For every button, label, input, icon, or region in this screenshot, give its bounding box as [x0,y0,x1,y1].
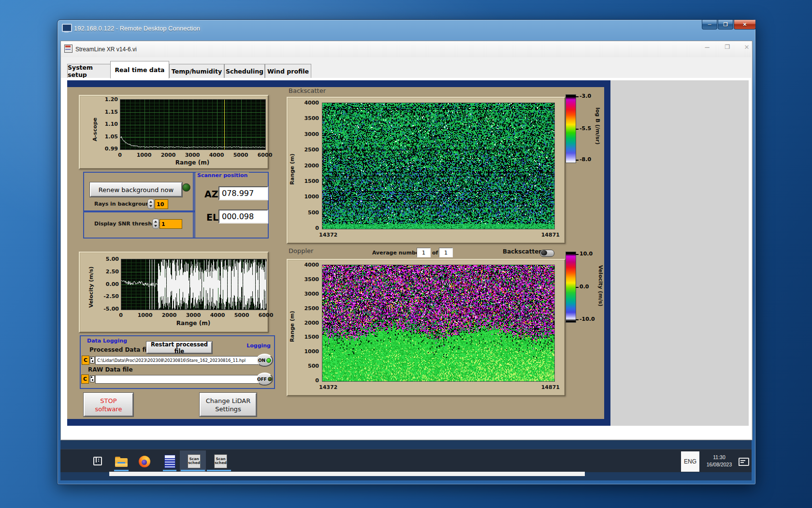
colorbar-tick-label: 10.0 [580,251,593,257]
app-close-button[interactable]: ✕ [740,44,754,52]
backscatter-heatmap[interactable] [322,103,555,229]
xtick: 4000 [209,312,226,318]
rays-spinner[interactable] [147,199,154,209]
ascope-plot[interactable] [120,99,266,150]
xtick: 4000 [208,152,225,158]
ytick: 1.05 [105,134,118,140]
backscatter-colorbar-label: log B (/m/sr) [594,107,601,162]
document-app-icon[interactable] [164,455,175,468]
tab-wind-profile[interactable]: Wind profile [265,64,311,78]
colorbar-tick [576,160,579,161]
raw-logging-toggle[interactable]: OFF [256,373,273,386]
xtick: 5000 [233,312,250,318]
raw-path-type-icon[interactable] [90,375,95,382]
average-total-value[interactable]: 1 [439,248,453,257]
stop-software-button[interactable]: STOP software [84,393,133,417]
xtick: 1000 [136,152,152,158]
spin-up-icon[interactable] [149,201,152,203]
renew-background-button[interactable]: Renew background now [90,182,182,197]
backscatter-toggle[interactable] [540,250,554,257]
tab-scheduling[interactable]: Scheduling [224,64,265,78]
doppler-xticks: 14372 14871 [319,384,560,390]
app-title: StreamLine XR v14-6.vi [75,46,137,53]
average-number-value[interactable]: 1 [417,248,431,257]
language-indicator[interactable]: ENG [681,451,699,472]
vi-icon-line [65,49,71,50]
backscatter-colorbar [566,94,576,163]
colorbar-tick [576,96,579,97]
tab-label: Scheduling [226,68,263,75]
app-minimize-button[interactable]: ─ [700,44,714,52]
maximize-button[interactable]: ❐ [718,20,733,30]
scan-sched-icon-1[interactable]: Scan sched [188,454,201,468]
velocity-plot-area[interactable] [121,259,267,310]
taskbar-underline [181,470,205,471]
snr-spinner[interactable] [152,219,159,229]
snr-value[interactable]: 1 [160,219,182,229]
ytick: 4000 [304,262,319,268]
raw-file-label: RAW Data file [88,366,133,373]
scan-sched-icon-2[interactable]: Scan sched [214,454,227,468]
processed-drive-box[interactable]: C [82,356,89,365]
tab-real-time-data[interactable]: Real time data [110,61,169,78]
task-view-icon[interactable] [93,456,102,466]
spin-down-icon[interactable] [154,225,157,227]
ytick: 3000 [304,131,319,137]
scan-line2: sched [188,461,200,465]
rays-value[interactable]: 10 [155,199,168,209]
spin-up-icon[interactable] [154,221,157,223]
processed-path-field[interactable]: C:\Lidar\Data\Proc\2023\202308\20230816\… [95,356,258,365]
xtick-start: 14372 [319,384,337,390]
clock-date: 16/08/2023 [701,461,738,468]
restart-processed-file-button[interactable]: Restart processed file [146,342,212,354]
change-lidar-settings-button[interactable]: Change LiDAR Settings [200,393,257,417]
processed-logging-toggle[interactable]: ON [256,354,273,367]
velocity-xlabel: Range (m) [121,320,266,327]
taskbar-underline [163,470,176,471]
colorbar-tick [576,254,579,255]
colorbar-tick [576,129,579,130]
spin-down-icon[interactable] [149,205,152,207]
ytick: 2500 [304,305,319,312]
tab-system-setup[interactable]: System setup [67,64,111,78]
path-icon-dot [91,376,92,378]
clock-time: 11:30 [701,454,738,461]
raw-drive-box[interactable]: C [81,374,89,384]
file-explorer-icon[interactable] [115,457,128,467]
processed-path-type-icon[interactable] [90,357,95,363]
ytick: 1500 [304,178,319,184]
path-icon-dot [91,358,92,359]
notification-center-icon[interactable] [739,458,749,466]
raw-path-field[interactable] [95,375,258,384]
firefox-icon[interactable] [139,456,150,467]
of-label: of [432,250,438,256]
app-restore-button[interactable]: ❐ [720,44,735,52]
logging-label: Logging [244,343,271,349]
xtick: 1000 [137,312,153,318]
el-value[interactable]: 000.098 [218,209,268,224]
snr-label: Display SNR threshold [94,221,161,227]
ytick: 3000 [304,291,319,297]
taskbar-clock[interactable]: 11:30 16/08/2023 [701,454,738,468]
ascope-xlabel: Range (m) [120,159,265,166]
close-button[interactable]: ✕ [734,20,756,30]
doppler-yticks: 4000 3500 3000 2500 2000 1500 1000 500 0 [297,262,319,384]
minimize-button[interactable]: ─ [702,20,717,30]
backscatter-yticks: 4000 3500 3000 2500 2000 1500 1000 500 0 [297,100,319,231]
task-view-dot [98,459,99,460]
colorbar-tick-label: -3.0 [580,93,591,99]
panel-band-top [67,80,610,87]
az-value[interactable]: 078.997 [218,186,268,200]
tab-temp-humidity[interactable]: Temp/humidity [169,64,224,78]
ytick: 0 [315,377,319,384]
colorbar-tick [576,319,579,320]
doppler-heatmap[interactable] [322,265,555,382]
taskbar-underline [114,470,129,471]
toggle-knob[interactable] [541,250,547,255]
tab-label: Temp/humidity [172,68,222,75]
ytick: 1500 [304,334,319,340]
xtick: 2000 [160,152,176,158]
path-icon-dot [92,379,93,381]
colorbar-tick [576,287,579,288]
processed-file-label: Processed Data file [89,346,153,353]
